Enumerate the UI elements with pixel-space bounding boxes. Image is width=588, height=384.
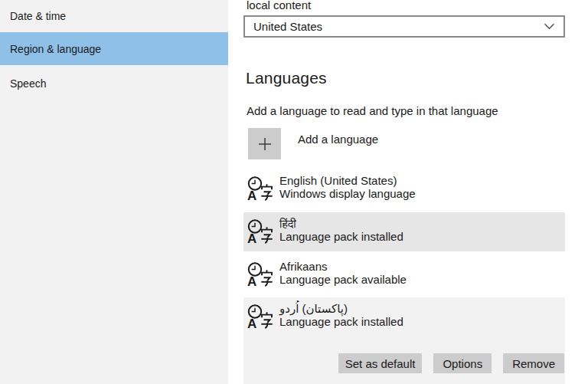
svg-text:A: A — [247, 274, 256, 287]
set-as-default-button[interactable]: Set as default — [338, 353, 423, 373]
sidebar-item-label: Speech — [10, 77, 46, 90]
sidebar-item-label: Region & language — [10, 43, 101, 55]
language-tile-urdu[interactable]: A اُردو‎ (پاکستان) Language pack install… — [243, 297, 565, 384]
language-characters-icon: A — [247, 218, 274, 244]
sidebar-item-label: Date & time — [10, 10, 66, 22]
settings-sidebar: Date & time Region & language Speech — [0, 0, 228, 384]
chevron-down-icon — [544, 23, 555, 30]
plus-icon — [248, 128, 281, 159]
language-name: اُردو‎ (پاکستان) — [279, 303, 403, 316]
language-characters-icon: A — [247, 261, 274, 287]
add-language-button[interactable]: Add a language — [248, 128, 378, 159]
svg-text:A: A — [247, 317, 256, 330]
remove-button[interactable]: Remove — [503, 353, 564, 373]
language-name: हिंदी — [279, 218, 403, 231]
languages-heading: Languages — [246, 69, 327, 87]
language-characters-icon: A — [247, 304, 274, 329]
svg-text:A: A — [247, 231, 256, 245]
language-status: Language pack installed — [279, 231, 403, 244]
language-status: Language pack available — [279, 274, 407, 287]
sidebar-item-date-time[interactable]: Date & time — [0, 0, 228, 32]
sidebar-item-speech[interactable]: Speech — [0, 67, 228, 100]
country-dropdown-value: United States — [253, 20, 322, 33]
language-tile-english[interactable]: A English (United States) Windows displa… — [243, 169, 565, 208]
add-language-label: Add a language — [298, 133, 378, 159]
language-name: English (United States) — [279, 175, 416, 188]
country-description-fragment: local content — [247, 0, 311, 11]
svg-text:A: A — [247, 189, 256, 202]
language-characters-icon: A — [247, 176, 274, 201]
options-button[interactable]: Options — [433, 353, 492, 373]
language-tile-afrikaans[interactable]: A Afrikaans Language pack available — [243, 255, 565, 294]
language-status: Language pack installed — [279, 316, 403, 329]
languages-description: Add a language to read and type in that … — [247, 104, 498, 117]
settings-region-language-page: Date & time Region & language Speech loc… — [0, 0, 588, 384]
language-tile-hindi[interactable]: A हिंदी Language pack installed — [243, 212, 565, 251]
language-name: Afrikaans — [279, 261, 407, 274]
sidebar-item-region-language[interactable]: Region & language — [0, 32, 228, 65]
language-status: Windows display language — [279, 188, 416, 201]
country-dropdown[interactable]: United States — [243, 15, 565, 38]
language-actions: Set as default Options Remove — [338, 353, 564, 373]
